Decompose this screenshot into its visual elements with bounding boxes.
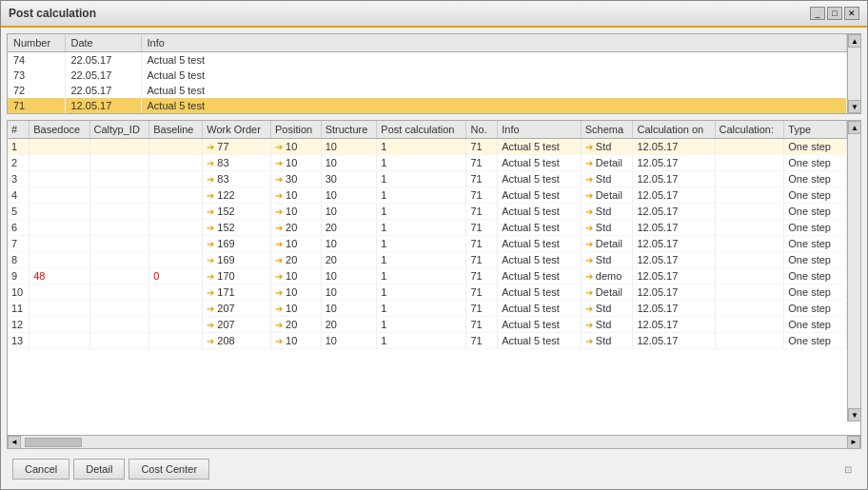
cell-date: 22.05.17 (65, 83, 141, 98)
cell-calc2 (715, 317, 784, 333)
cell-work-order: ➔ 208 (203, 333, 271, 349)
cell-num: 1 (8, 139, 30, 155)
bottom-table-row[interactable]: 5 ➔ 152 ➔ 10 10 1 71 Actual 5 test ➔ Std… (8, 204, 847, 220)
cell-number: 72 (8, 83, 65, 98)
scroll-down-btn[interactable]: ▼ (848, 408, 860, 421)
bottom-table-row[interactable]: 4 ➔ 122 ➔ 10 10 1 71 Actual 5 test ➔ Det… (8, 187, 847, 204)
scroll-up-btn[interactable]: ▲ (848, 121, 860, 134)
cell-num: 13 (8, 333, 30, 349)
cell-post-calc: 1 (377, 284, 466, 301)
bottom-table-row[interactable]: 11 ➔ 207 ➔ 10 10 1 71 Actual 5 test ➔ St… (8, 301, 847, 317)
cell-num: 11 (8, 301, 30, 317)
close-button[interactable]: ✕ (844, 7, 859, 20)
hscroll-thumb[interactable] (25, 438, 82, 447)
cell-work-order: ➔ 152 (203, 204, 271, 220)
cell-no: 71 (466, 333, 498, 349)
col-schema: Schema (581, 121, 633, 139)
cell-type: One step (784, 171, 847, 187)
cell-structure: 10 (321, 155, 377, 171)
cell-schema: ➔ demo (581, 268, 633, 284)
cell-basedoce (30, 252, 89, 268)
cell-no: 71 (466, 139, 498, 155)
cell-type: One step (784, 204, 847, 220)
top-scrollbar[interactable]: ▲ ▼ (847, 34, 860, 113)
cell-type: One step (784, 236, 847, 252)
bottom-table-row[interactable]: 13 ➔ 208 ➔ 10 10 1 71 Actual 5 test ➔ St… (8, 333, 847, 349)
cell-type: One step (784, 139, 847, 155)
cell-no: 71 (466, 220, 498, 236)
col-no: No. (466, 121, 498, 139)
cell-structure: 10 (321, 236, 377, 252)
cell-info: Actual 5 test (141, 52, 847, 69)
cell-calc-on: 12.05.17 (633, 220, 715, 236)
cell-num: 4 (8, 187, 30, 204)
scroll-down-arrow[interactable]: ▼ (848, 100, 861, 113)
cell-baseline (149, 236, 203, 252)
top-table-row[interactable]: 72 22.05.17 Actual 5 test (8, 83, 847, 98)
minimize-button[interactable]: _ (810, 7, 825, 20)
cell-schema: ➔ Detail (581, 284, 633, 301)
cell-position: ➔ 10 (271, 204, 322, 220)
cell-num: 3 (8, 171, 30, 187)
cell-baseline (149, 333, 203, 349)
cost-center-button[interactable]: Cost Center (128, 459, 209, 480)
hscroll-left-btn[interactable]: ◄ (8, 436, 21, 449)
cell-calc-on: 12.05.17 (633, 204, 715, 220)
cell-info: Actual 5 test (498, 301, 582, 317)
bottom-table-row[interactable]: 2 ➔ 83 ➔ 10 10 1 71 Actual 5 test ➔ Deta… (8, 155, 847, 171)
top-table-row[interactable]: 71 12.05.17 Actual 5 test (8, 98, 847, 113)
cell-type: One step (784, 284, 847, 301)
content-area: Number Date Info 74 22.05.17 Actual 5 te… (1, 28, 867, 489)
cell-work-order: ➔ 152 (203, 220, 271, 236)
cell-basedoce (30, 301, 89, 317)
col-position: Position (271, 121, 322, 139)
cell-schema: ➔ Std (581, 139, 633, 155)
scroll-up-arrow[interactable]: ▲ (848, 34, 861, 48)
cell-no: 71 (466, 268, 498, 284)
cell-schema: ➔ Std (581, 317, 633, 333)
cell-caltyp (89, 139, 149, 155)
cell-info: Actual 5 test (498, 252, 582, 268)
cell-info: Actual 5 test (141, 83, 847, 98)
cancel-button[interactable]: Cancel (12, 459, 69, 480)
bottom-table-row[interactable]: 9 48 0 ➔ 170 ➔ 10 10 1 71 Actual 5 test … (8, 268, 847, 284)
cell-position: ➔ 10 (271, 333, 322, 349)
top-table-row[interactable]: 73 22.05.17 Actual 5 test (8, 68, 847, 83)
cell-basedoce (30, 187, 89, 204)
resize-icon: ⊡ (840, 461, 856, 477)
hscroll-right-btn[interactable]: ► (847, 436, 860, 449)
bottom-scroll-area[interactable]: # Basedoce Caltyp_ID Baseline Work Order… (8, 121, 860, 435)
bottom-scrollbar-v[interactable]: ▲ ▼ (847, 121, 860, 421)
cell-num: 9 (8, 268, 30, 284)
cell-position: ➔ 10 (271, 187, 322, 204)
window-title: Post calculation (9, 7, 96, 20)
bottom-table-row[interactable]: 12 ➔ 207 ➔ 20 20 1 71 Actual 5 test ➔ St… (8, 317, 847, 333)
bottom-table-row[interactable]: 10 ➔ 171 ➔ 10 10 1 71 Actual 5 test ➔ De… (8, 284, 847, 301)
col-type: Type (784, 121, 847, 139)
col-info: Info (498, 121, 582, 139)
cell-info: Actual 5 test (141, 68, 847, 83)
cell-structure: 20 (321, 252, 377, 268)
bottom-table-row[interactable]: 1 ➔ 77 ➔ 10 10 1 71 Actual 5 test ➔ Std … (8, 139, 847, 155)
cell-no: 71 (466, 317, 498, 333)
cell-structure: 10 (321, 333, 377, 349)
cell-post-calc: 1 (377, 317, 466, 333)
cell-schema: ➔ Detail (581, 155, 633, 171)
bottom-table-row[interactable]: 7 ➔ 169 ➔ 10 10 1 71 Actual 5 test ➔ Det… (8, 236, 847, 252)
cell-caltyp (89, 333, 149, 349)
bottom-table-row[interactable]: 6 ➔ 152 ➔ 20 20 1 71 Actual 5 test ➔ Std… (8, 220, 847, 236)
cell-caltyp (89, 284, 149, 301)
col-work-order: Work Order (203, 121, 271, 139)
cell-post-calc: 1 (377, 268, 466, 284)
bottom-table-row[interactable]: 3 ➔ 83 ➔ 30 30 1 71 Actual 5 test ➔ Std … (8, 171, 847, 187)
hscroll-track[interactable] (21, 436, 847, 449)
bottom-table-row[interactable]: 8 ➔ 169 ➔ 20 20 1 71 Actual 5 test ➔ Std… (8, 252, 847, 268)
detail-button[interactable]: Detail (73, 459, 125, 480)
cell-info: Actual 5 test (498, 139, 582, 155)
top-table-row[interactable]: 74 22.05.17 Actual 5 test (8, 52, 847, 69)
cell-baseline (149, 155, 203, 171)
cell-date: 12.05.17 (65, 98, 141, 113)
cell-basedoce (30, 220, 89, 236)
maximize-button[interactable]: □ (827, 7, 842, 20)
cell-basedoce (30, 155, 89, 171)
